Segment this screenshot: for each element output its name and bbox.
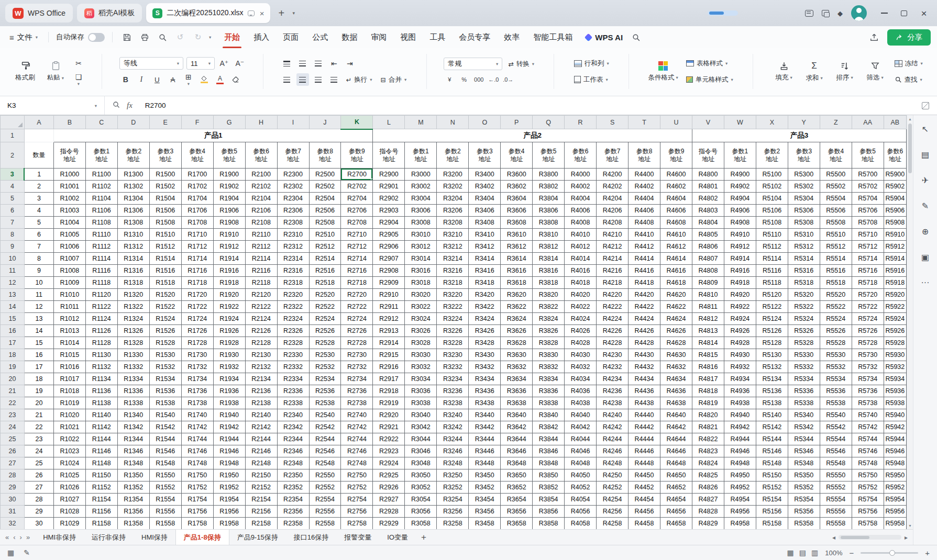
cell[interactable]: R1010 <box>53 289 85 301</box>
cell[interactable]: R1021 <box>53 421 85 433</box>
cell[interactable]: R4254 <box>597 494 629 506</box>
cell[interactable]: R3610 <box>501 229 533 241</box>
cell[interactable]: R5758 <box>852 518 884 530</box>
cell[interactable]: R1924 <box>213 313 245 325</box>
cell[interactable]: R1106 <box>85 205 117 217</box>
row-header-27[interactable]: 27 <box>1 457 25 469</box>
cell[interactable]: R1104 <box>85 193 117 205</box>
row-header-22[interactable]: 22 <box>1 397 25 409</box>
cell[interactable]: R1016 <box>53 361 85 373</box>
column-header-T[interactable]: T <box>629 116 660 129</box>
cell[interactable]: R2907 <box>373 253 405 265</box>
column-header-Z[interactable]: Z <box>820 116 852 129</box>
vip-diamond-icon[interactable]: ◆ <box>837 9 843 17</box>
cell[interactable]: R3638 <box>501 397 533 409</box>
cell[interactable]: R4648 <box>660 457 692 469</box>
cell[interactable]: R3436 <box>469 385 501 397</box>
cell[interactable]: R2130 <box>245 349 277 361</box>
cell[interactable]: R4618 <box>660 277 692 289</box>
cell[interactable]: R3240 <box>437 409 469 421</box>
cell[interactable]: R5350 <box>788 469 820 481</box>
cell[interactable]: R1926 <box>213 325 245 337</box>
field-header[interactable]: 参数5地址 <box>533 142 565 169</box>
row-header-14[interactable]: 14 <box>1 301 25 313</box>
cell[interactable]: R5918 <box>884 277 906 289</box>
cell[interactable]: R3006 <box>405 205 437 217</box>
cell[interactable]: R2316 <box>277 265 309 277</box>
cell[interactable]: R3048 <box>405 457 437 469</box>
cell[interactable]: R4036 <box>565 385 597 397</box>
next-sheet-icon[interactable]: › <box>20 533 22 541</box>
cell[interactable]: R3846 <box>533 445 565 457</box>
cell[interactable]: R5722 <box>852 301 884 313</box>
cell[interactable]: R5920 <box>884 289 906 301</box>
cell[interactable]: R4004 <box>565 193 597 205</box>
cell[interactable]: R3624 <box>501 313 533 325</box>
cell[interactable]: R2126 <box>245 325 277 337</box>
cell[interactable]: R4650 <box>660 469 692 481</box>
resource-icon[interactable]: ▣ <box>919 251 932 263</box>
cell[interactable]: R3246 <box>437 445 469 457</box>
cell[interactable]: R1126 <box>85 325 117 337</box>
cell[interactable]: R1704 <box>181 193 213 205</box>
fill-color-icon[interactable] <box>198 73 211 86</box>
cell[interactable]: R3852 <box>533 481 565 494</box>
redo-icon[interactable]: ↻ <box>191 30 205 44</box>
cell[interactable]: R4408 <box>629 217 660 229</box>
message-center-icon[interactable] <box>805 10 813 17</box>
column-header-Q[interactable]: Q <box>533 116 565 129</box>
field-header[interactable]: 参数8地址 <box>309 142 341 169</box>
cell[interactable]: R2332 <box>277 361 309 373</box>
cell[interactable]: R2510 <box>309 229 341 241</box>
cell[interactable]: R5504 <box>820 193 852 205</box>
print-icon[interactable] <box>138 30 151 44</box>
sum-button[interactable]: Σ 求和▾ <box>801 60 828 84</box>
maximize-button[interactable] <box>896 5 912 21</box>
cell[interactable]: 27 <box>24 481 53 494</box>
align-right-icon[interactable] <box>312 73 325 86</box>
cell[interactable]: R5752 <box>852 481 884 494</box>
vertical-scroll-track[interactable] <box>907 122 913 522</box>
format-painter-button[interactable]: 格式刷 <box>12 60 39 83</box>
cell[interactable]: R2138 <box>245 397 277 409</box>
cell[interactable]: R2330 <box>277 349 309 361</box>
avatar[interactable] <box>851 5 867 21</box>
cell[interactable]: R1118 <box>85 277 117 289</box>
cell[interactable]: R4232 <box>597 361 629 373</box>
cell[interactable]: R2348 <box>277 457 309 469</box>
cell[interactable]: R1540 <box>149 409 181 421</box>
cell[interactable]: R1930 <box>213 349 245 361</box>
row-header-32[interactable]: 32 <box>1 518 25 530</box>
cell[interactable]: R1746 <box>181 445 213 457</box>
cell[interactable]: R2158 <box>245 518 277 530</box>
cell[interactable]: R2120 <box>245 289 277 301</box>
cell[interactable]: R2538 <box>309 397 341 409</box>
cell[interactable]: R3448 <box>469 457 501 469</box>
cell[interactable]: R1006 <box>53 241 85 253</box>
field-header[interactable]: 参数6地址 <box>565 142 597 169</box>
scroll-up-icon[interactable]: ▴ <box>909 115 911 122</box>
cell[interactable]: R3056 <box>405 506 437 518</box>
cell[interactable]: R5700 <box>852 169 884 181</box>
cell[interactable]: R1350 <box>117 469 149 481</box>
cell[interactable]: R1328 <box>117 337 149 349</box>
cell[interactable]: 23 <box>24 433 53 445</box>
cell[interactable]: R2524 <box>309 313 341 325</box>
cell[interactable]: R1528 <box>149 337 181 349</box>
field-header[interactable]: 参数7地址 <box>277 142 309 169</box>
send-icon[interactable]: ✈ <box>919 174 932 186</box>
cell[interactable]: R1512 <box>149 241 181 253</box>
cell[interactable]: R1738 <box>181 397 213 409</box>
cell[interactable]: R4900 <box>724 169 756 181</box>
cell[interactable]: R4044 <box>565 433 597 445</box>
column-header-Y[interactable]: Y <box>788 116 820 129</box>
cell[interactable]: R1946 <box>213 445 245 457</box>
print-preview-icon[interactable] <box>156 30 169 44</box>
cell[interactable]: R3840 <box>533 409 565 421</box>
panel-list-icon[interactable]: ▤ <box>919 148 932 161</box>
cell[interactable]: R3612 <box>501 241 533 253</box>
cell[interactable]: R3410 <box>469 229 501 241</box>
cell[interactable]: R5952 <box>884 481 906 494</box>
cell[interactable]: R4916 <box>724 265 756 277</box>
cell[interactable]: R5132 <box>756 361 788 373</box>
